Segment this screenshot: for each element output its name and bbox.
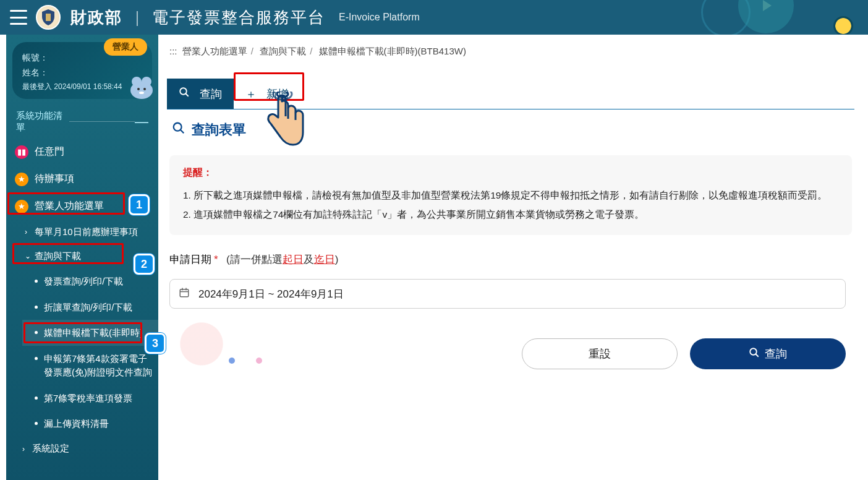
pointer-hand-icon	[262, 92, 307, 151]
search-icon	[749, 347, 760, 361]
query-button[interactable]: 查詢	[690, 338, 846, 369]
svg-point-4	[142, 77, 151, 87]
start-date-link[interactable]: 起日	[283, 254, 304, 265]
play-icon	[738, 0, 794, 33]
breadcrumb-item: 媒體申報檔下載(非即時)(BTB413W)	[319, 46, 466, 56]
svg-rect-0	[46, 14, 51, 21]
svg-line-17	[755, 354, 759, 357]
chevron-down-icon: ⌄	[25, 252, 31, 260]
breadcrumb-item[interactable]: 查詢與下載	[260, 46, 306, 56]
app-header: 財政部 ｜ 電子發票整合服務平台 E-Invoice Platform	[0, 0, 868, 35]
svg-line-11	[181, 130, 184, 134]
svg-point-8	[180, 88, 187, 95]
tab-search[interactable]: 查詢	[167, 79, 234, 109]
mascot-icon	[127, 74, 156, 100]
notice-box: 提醒： 1. 所下載之進項媒體申報檔，請檢視有無加值型及非加值型營業稅法第19條…	[169, 155, 852, 235]
sidebar-subitem-zero-rate[interactable]: 第7條零稅率進項發票	[22, 385, 158, 411]
svg-rect-12	[180, 289, 189, 296]
svg-point-7	[139, 92, 144, 94]
header-title-en: E-Invoice Platform	[339, 12, 420, 23]
svg-marker-1	[763, 0, 772, 11]
name-label: 姓名：	[22, 66, 143, 80]
sidebar-item-todo[interactable]: ★ 待辦事項	[6, 166, 158, 193]
hamburger-icon[interactable]	[10, 10, 27, 25]
svg-point-10	[174, 123, 182, 131]
date-range-input[interactable]: 2024年9月1日 ~ 2024年9月1日	[169, 279, 846, 309]
plus-icon: ＋	[245, 87, 257, 101]
role-badge: 營業人	[104, 38, 147, 56]
user-card: 營業人 帳號： 姓名： 最後登入 2024/09/01 16:58:44	[12, 42, 152, 99]
sidebar-subitem-missed-upload[interactable]: 漏上傳資料清冊	[22, 411, 158, 437]
chevron-right-icon: ›	[22, 445, 28, 453]
sidebar-item-monthly[interactable]: ›每單月10日前應辦理事項	[22, 220, 158, 244]
svg-point-20	[277, 92, 288, 97]
svg-line-9	[185, 93, 189, 96]
notice-line-1: 1. 所下載之進項媒體申報檔，請檢視有無加值型及非加值型營業稅法第19條規定不得…	[183, 186, 838, 205]
breadcrumb-item[interactable]: 營業人功能選單	[182, 46, 247, 56]
sidebar-subitem-media-download[interactable]: 媒體申報檔下載(非即時)	[22, 320, 158, 346]
end-date-link[interactable]: 迄日	[314, 254, 335, 265]
annotation-marker-3: 3	[145, 333, 166, 354]
coin-icon[interactable]	[833, 16, 853, 36]
search-icon	[172, 121, 185, 139]
sidebar-item-sys-settings[interactable]: ›系統設定	[6, 437, 158, 461]
header-title-main: 財政部	[70, 7, 122, 28]
header-title-sub: 電子發票整合服務平台	[152, 7, 325, 28]
notice-line-2: 2. 進項媒體申報檔之74欄位有加註特殊註記「v」者，為公共事業所開立銷售本業貨…	[183, 205, 838, 224]
sidebar-item-anywhere[interactable]: ▮▮ 任意門	[6, 139, 158, 166]
book-icon: ▮▮	[15, 145, 28, 159]
annotation-marker-2: 2	[134, 254, 155, 275]
app-logo	[36, 5, 61, 30]
notice-head: 提醒：	[183, 166, 838, 179]
annotation-marker-1: 1	[129, 194, 150, 215]
sidebar-section-title: 系統功能清單—	[6, 99, 158, 139]
chevron-right-icon: ›	[25, 228, 31, 236]
star-icon: ★	[15, 173, 28, 186]
svg-point-16	[750, 348, 757, 355]
sidebar-subitem-article7[interactable]: 申報第7條第4款簽署電子發票應(免)附證明文件查詢	[22, 346, 158, 385]
breadcrumb: ::: 營業人功能選單/ 查詢與下載/ 媒體申報檔下載(非即時)(BTB413W…	[167, 45, 854, 70]
svg-point-3	[132, 77, 142, 87]
calendar-icon	[179, 287, 190, 301]
svg-point-6	[143, 88, 146, 90]
search-icon	[179, 87, 190, 101]
star-icon: ★	[15, 200, 28, 213]
date-field-label: 申請日期* (請一併點選起日及迄日)	[167, 239, 854, 273]
reset-button[interactable]: 重設	[522, 338, 678, 369]
sidebar-subitem-allowance-query[interactable]: 折讓單查詢/列印/下載	[22, 294, 158, 320]
svg-point-5	[137, 88, 140, 90]
